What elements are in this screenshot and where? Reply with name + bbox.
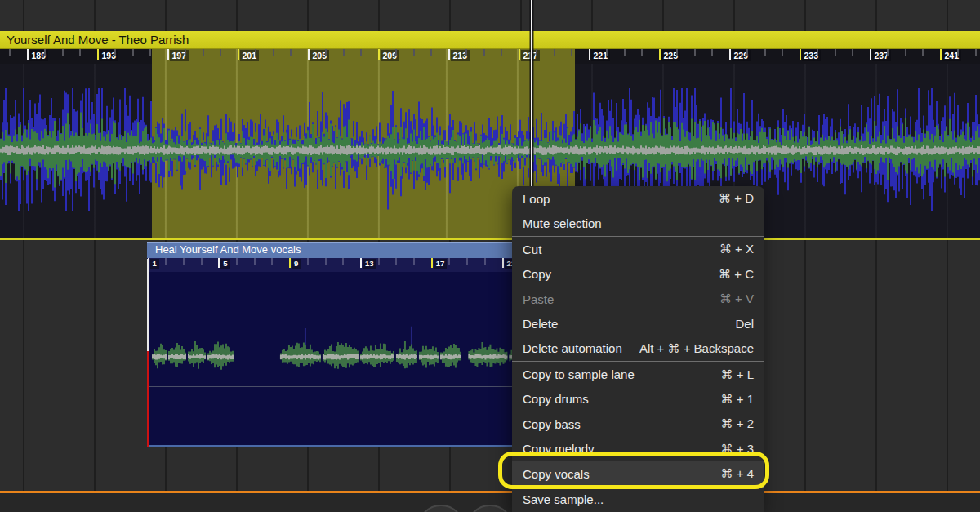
ruler-tick <box>79 49 81 56</box>
menu-item-shortcut: ⌘ + C <box>719 267 754 282</box>
ruler-tick <box>149 49 151 56</box>
menu-item-delete-automation[interactable]: Delete automationAlt + ⌘ + Backspace <box>512 336 764 361</box>
ruler-tick <box>132 49 134 56</box>
ruler-bar-number: 5 <box>220 259 229 269</box>
ruler-tick <box>97 49 99 60</box>
ruler-tick <box>360 258 362 268</box>
ruler-tick <box>870 49 871 60</box>
ruler-tick <box>711 49 713 56</box>
ruler-tick <box>342 258 344 265</box>
menu-item-label: Cut <box>523 243 541 256</box>
ruler-tick <box>817 49 818 56</box>
ruler-tick <box>325 258 327 265</box>
ruler-tick <box>236 258 238 265</box>
ruler-tick <box>501 49 502 56</box>
timeline-background-top <box>0 0 980 31</box>
ruler-tick <box>887 49 889 56</box>
ruler-tick <box>289 258 291 268</box>
ruler-tick <box>271 258 273 265</box>
menu-item-label: Loop <box>523 192 550 206</box>
menu-item-paste[interactable]: Paste⌘ + V <box>512 287 764 311</box>
menu-item-copy-bass[interactable]: Copy bass⌘ + 2 <box>512 412 764 436</box>
ruler-tick <box>273 49 274 56</box>
ruler-tick <box>448 258 450 265</box>
main-waveform <box>0 64 980 238</box>
ruler-tick <box>413 258 415 265</box>
ruler-tick <box>308 49 310 60</box>
ruler-tick <box>254 258 256 265</box>
menu-item-label: Paste <box>523 292 554 306</box>
menu-item-label: Mute selection <box>523 216 602 230</box>
ruler-tick <box>413 49 415 56</box>
ruler-tick <box>114 49 116 56</box>
ruler-bar-number: 1 <box>150 259 159 269</box>
vocals-waveform <box>147 272 572 445</box>
ruler-tick <box>694 49 696 56</box>
ruler-bar-number: 17 <box>434 259 448 269</box>
ruler-tick <box>764 49 766 56</box>
ruler-tick <box>218 258 220 268</box>
vocals-track-title-bar[interactable]: Heal Yourself And Move vocals <box>147 242 572 258</box>
vocals-record-marker[interactable] <box>147 351 149 447</box>
menu-item-shortcut: ⌘ + X <box>719 242 754 256</box>
menu-item-delete[interactable]: DeleteDel <box>512 311 764 336</box>
menu-item-copy-to-sample-lane[interactable]: Copy to sample lane⌘ + L <box>512 362 764 386</box>
menu-item-loop[interactable]: Loop⌘ + D <box>512 186 764 211</box>
ruler-tick <box>659 49 661 60</box>
ruler-tick <box>466 49 467 56</box>
menu-item-cut[interactable]: Cut⌘ + X <box>512 237 764 261</box>
ruler-tick <box>571 49 572 56</box>
ruler-tick <box>852 49 853 56</box>
menu-item-shortcut: ⌘ + 4 <box>721 466 754 481</box>
menu-item-save-sample[interactable]: Save sample... <box>512 488 764 512</box>
vocals-center-line <box>149 386 570 387</box>
menu-item-label: Copy bass <box>523 417 581 431</box>
menu-item-shortcut: Alt + ⌘ + Backspace <box>639 341 754 356</box>
ruler-tick <box>201 258 203 265</box>
menu-item-copy-drums[interactable]: Copy drums⌘ + 1 <box>512 387 764 412</box>
ruler-tick <box>183 258 185 265</box>
main-ruler[interactable]: 1891931972012052092132172212252292332372… <box>0 49 980 64</box>
main-track-title-bar[interactable]: Yourself And Move - Theo Parrish <box>0 31 980 49</box>
ruler-tick <box>466 258 468 265</box>
vocals-ruler[interactable]: 159131721 <box>147 258 572 272</box>
ruler-tick <box>519 49 520 60</box>
menu-item-copy-vocals[interactable]: Copy vocals⌘ + 4 <box>512 461 764 486</box>
playhead[interactable] <box>531 0 533 186</box>
ruler-tick <box>448 49 450 60</box>
vocals-waveform-area[interactable] <box>147 272 572 445</box>
ruler-tick <box>430 49 432 56</box>
menu-item-copy[interactable]: Copy⌘ + C <box>512 261 764 286</box>
ruler-tick <box>905 49 906 56</box>
ruler-tick <box>360 49 362 56</box>
ruler-tick <box>800 49 801 60</box>
ruler-tick <box>238 49 239 60</box>
ruler-tick <box>483 49 485 56</box>
menu-item-mute-selection[interactable]: Mute selection <box>512 211 764 235</box>
ruler-tick <box>922 49 924 56</box>
ruler-tick <box>343 49 345 56</box>
menu-item-shortcut: Del <box>735 317 754 331</box>
vocals-start-marker[interactable] <box>147 259 149 351</box>
menu-item-shortcut: ⌘ + 3 <box>721 442 754 456</box>
automation-line[interactable] <box>0 491 980 493</box>
vocals-track-title: Heal Yourself And Move vocals <box>155 243 301 256</box>
menu-item-shortcut: ⌘ + D <box>719 191 754 206</box>
ruler-tick <box>220 49 221 56</box>
menu-item-shortcut: ⌘ + 2 <box>721 416 754 431</box>
context-menu: Loop⌘ + DMute selectionCut⌘ + XCopy⌘ + C… <box>512 186 764 512</box>
menu-item-shortcut: ⌘ + L <box>721 367 754 382</box>
ruler-tick <box>940 49 942 60</box>
ruler-tick <box>589 49 590 60</box>
ruler-tick <box>203 49 204 56</box>
ruler-tick <box>484 258 486 265</box>
menu-item-label: Save sample... <box>523 492 604 506</box>
menu-item-label: Delete automation <box>523 341 622 355</box>
ruler-tick <box>290 49 292 56</box>
menu-item-label: Copy melody <box>523 442 595 456</box>
ruler-bar-number: 13 <box>363 259 376 269</box>
vocals-sample-track[interactable]: Heal Yourself And Move vocals 159131721 <box>147 242 572 447</box>
ruler-tick <box>676 49 678 56</box>
menu-item-copy-melody[interactable]: Copy melody⌘ + 3 <box>512 437 764 461</box>
ruler-tick <box>165 258 167 265</box>
